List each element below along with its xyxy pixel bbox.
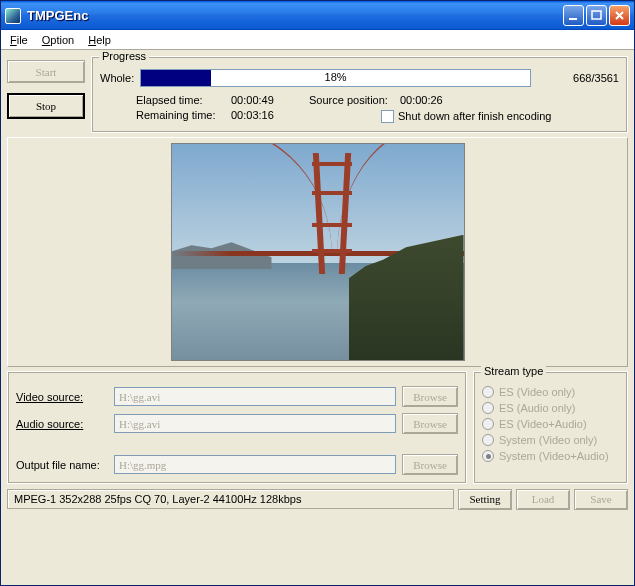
progress-bar: 18% bbox=[140, 69, 531, 87]
radio-es-va: ES (Video+Audio) bbox=[482, 416, 619, 432]
stream-legend: Stream type bbox=[481, 365, 546, 377]
close-button[interactable] bbox=[609, 5, 630, 26]
status-text: MPEG-1 352x288 25fps CQ 70, Layer-2 4410… bbox=[7, 489, 454, 509]
client-area: Start Stop Progress Whole: 18% 668/3561 … bbox=[1, 50, 634, 585]
video-source-label[interactable]: Video source: bbox=[16, 391, 108, 403]
radio-sys-video: System (Video only) bbox=[482, 432, 619, 448]
progress-legend: Progress bbox=[99, 50, 149, 62]
svg-rect-0 bbox=[569, 18, 577, 20]
video-source-input bbox=[114, 387, 396, 406]
window-title: TMPGEnc bbox=[25, 8, 563, 23]
radio-es-video: ES (Video only) bbox=[482, 384, 619, 400]
menu-option[interactable]: Option bbox=[35, 32, 81, 48]
menu-help[interactable]: Help bbox=[81, 32, 118, 48]
stream-type-group: Stream type ES (Video only) ES (Audio on… bbox=[473, 371, 628, 484]
svg-rect-1 bbox=[592, 11, 601, 19]
menu-file[interactable]: File bbox=[3, 32, 35, 48]
radio-es-audio: ES (Audio only) bbox=[482, 400, 619, 416]
srcpos-label: Source position: bbox=[309, 93, 388, 108]
save-button: Save bbox=[574, 489, 628, 510]
shutdown-label: Shut down after finish encoding bbox=[398, 109, 552, 124]
app-icon bbox=[5, 8, 21, 24]
minimize-button[interactable] bbox=[563, 5, 584, 26]
stop-button[interactable]: Stop bbox=[7, 93, 85, 119]
remaining-value: 00:03:16 bbox=[231, 108, 309, 123]
progress-group: Progress Whole: 18% 668/3561 Elapsed tim… bbox=[91, 56, 628, 133]
progress-percent: 18% bbox=[141, 71, 530, 83]
audio-browse-button: Browse bbox=[402, 413, 458, 434]
statusbar: MPEG-1 352x288 25fps CQ 70, Layer-2 4410… bbox=[7, 488, 628, 510]
output-browse-button: Browse bbox=[402, 454, 458, 475]
load-button: Load bbox=[516, 489, 570, 510]
maximize-button[interactable] bbox=[586, 5, 607, 26]
audio-source-label[interactable]: Audio source: bbox=[16, 418, 108, 430]
video-preview bbox=[171, 143, 465, 361]
output-file-label: Output file name: bbox=[16, 459, 108, 471]
shutdown-checkbox[interactable] bbox=[381, 110, 394, 123]
elapsed-value: 00:00:49 bbox=[231, 93, 309, 108]
output-file-input bbox=[114, 455, 396, 474]
elapsed-label: Elapsed time: bbox=[136, 93, 231, 108]
app-window: TMPGEnc File Option Help Start Stop Prog… bbox=[0, 0, 635, 586]
preview-area bbox=[7, 137, 628, 367]
srcpos-value: 00:00:26 bbox=[400, 93, 443, 108]
menubar: File Option Help bbox=[1, 30, 634, 50]
remaining-label: Remaining time: bbox=[136, 108, 231, 123]
video-browse-button: Browse bbox=[402, 386, 458, 407]
progress-count: 668/3561 bbox=[547, 72, 619, 84]
setting-button[interactable]: Setting bbox=[458, 489, 512, 510]
start-button: Start bbox=[7, 60, 85, 83]
audio-source-input bbox=[114, 414, 396, 433]
sources-group: Video source: Browse Audio source: Brows… bbox=[7, 371, 467, 484]
radio-sys-va: System (Video+Audio) bbox=[482, 448, 619, 464]
whole-label: Whole: bbox=[100, 72, 134, 84]
titlebar[interactable]: TMPGEnc bbox=[1, 1, 634, 30]
